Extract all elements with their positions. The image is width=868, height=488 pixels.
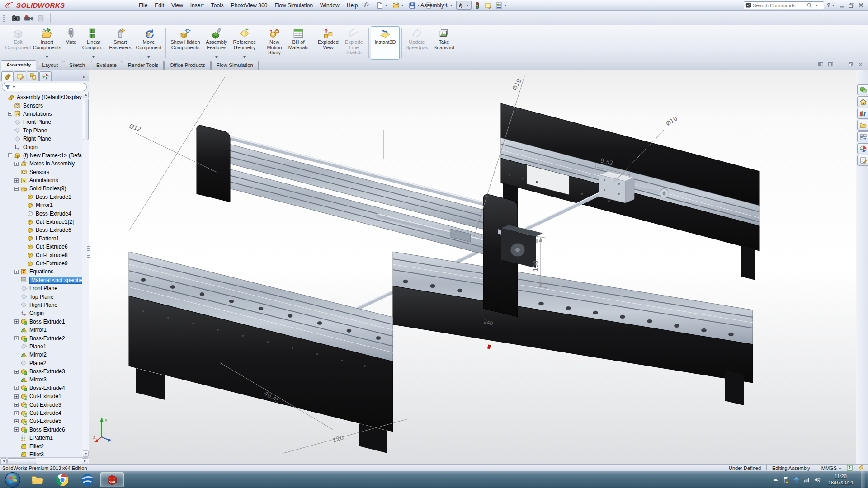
ribbon-mate[interactable]: Mate: [61, 26, 80, 60]
save-doc-dropdown-caret[interactable]: [417, 5, 420, 6]
tree-item-cut-extrude5[interactable]: +Cut-Extrude5: [0, 417, 89, 425]
3d-model-view[interactable]: Ø12 Ø19 Ø10 9.52 100 240 40.45 120: [89, 70, 856, 464]
tray-dropbox-icon[interactable]: [793, 476, 800, 483]
new-doc-dropdown-caret[interactable]: [385, 5, 387, 6]
menu-file[interactable]: File: [135, 1, 151, 9]
ribbon-take-snapshot[interactable]: Take Snapshot: [430, 26, 458, 60]
graphics-viewport[interactable]: Ø12 Ø19 Ø10 9.52 100 240 40.45 120: [89, 70, 856, 464]
tree-item-right-plane[interactable]: Right Plane: [0, 135, 89, 143]
expand-plus-box[interactable]: +: [14, 386, 19, 390]
tree-item-cut-extrude8[interactable]: Cut-Extrude8: [0, 251, 89, 259]
tree-item-boss-extrude6[interactable]: Boss-Extrude6: [0, 226, 89, 234]
tray-volume-icon[interactable]: [814, 476, 821, 483]
ribbon-bill-of-materials[interactable]: Bill of Materials: [286, 26, 311, 60]
expand-minus-box[interactable]: −: [14, 187, 19, 191]
restore-button[interactable]: [848, 2, 855, 9]
tray-up-icon[interactable]: [772, 476, 779, 483]
taskpane-tp-props[interactable]: [857, 155, 868, 166]
tree-item-origin[interactable]: Origin: [0, 309, 89, 317]
tab-office-products[interactable]: Office Products: [164, 61, 210, 70]
video-capture-icon[interactable]: [24, 14, 33, 22]
expand-plus-box[interactable]: +: [14, 319, 19, 324]
taskbar-earth-app[interactable]: [75, 472, 99, 487]
vscroll-thumb[interactable]: [83, 99, 89, 140]
tab-configuration-manager[interactable]: [27, 71, 39, 81]
doc-minimize-icon[interactable]: [838, 61, 844, 67]
tree-item-equations[interactable]: +ΣEquations: [0, 267, 89, 276]
taskpane-tp-home[interactable]: [857, 96, 868, 107]
ribbon-smart-fasteners[interactable]: Smart Fasteners: [107, 26, 134, 60]
taskbar-start-orb[interactable]: [1, 472, 24, 487]
tree-item-top-plane[interactable]: Top Plane: [0, 127, 89, 135]
search-input[interactable]: [753, 3, 805, 8]
menu-help[interactable]: Help: [343, 1, 362, 9]
minimize-button[interactable]: [839, 2, 845, 9]
expand-plus-box[interactable]: +: [14, 411, 19, 415]
tree-item-cut-extrude9[interactable]: Cut-Extrude9: [0, 259, 89, 267]
taskbar-solidworks-app[interactable]: SW: [100, 472, 124, 487]
tree-item-cut-extrude1-2[interactable]: Cut-Extrude1[2]: [0, 218, 89, 226]
taskpane-tp-forum[interactable]: [857, 84, 868, 95]
menu-insert[interactable]: Insert: [187, 1, 208, 9]
ribbon-edit-component[interactable]: Edit Component: [4, 26, 33, 60]
menu-photoview-360[interactable]: PhotoView 360: [227, 1, 271, 9]
image-capture-icon[interactable]: [11, 14, 20, 22]
menu-window[interactable]: Window: [316, 1, 343, 9]
select-cursor-dropdown-caret[interactable]: [466, 5, 469, 6]
tree-item-origin[interactable]: Origin: [0, 143, 89, 151]
expand-plus-box[interactable]: +: [14, 270, 19, 274]
tree-item-assembly-default-display-s[interactable]: Assembly (Default<Display S: [0, 93, 89, 101]
help-button[interactable]: ?: [827, 2, 836, 9]
tree-item-top-plane[interactable]: Top Plane: [0, 292, 89, 300]
tree-item-cut-extrude3[interactable]: +Cut-Extrude3: [0, 400, 89, 408]
tree-item-right-plane[interactable]: Right Plane: [0, 301, 89, 309]
ribbon-show-hidden-components[interactable]: Show Hidden Components: [168, 26, 203, 60]
status-help-icon[interactable]: ?: [847, 465, 853, 471]
ribbon-move-component[interactable]: Move Component: [134, 26, 164, 60]
rebuild-button[interactable]: [472, 1, 482, 10]
tab-assembly[interactable]: Assembly: [1, 60, 36, 70]
tree-item-front-plane[interactable]: Front Plane: [0, 284, 89, 292]
taskpane-tp-palette[interactable]: [857, 131, 868, 142]
tree-item-cut-extrude4[interactable]: +Cut-Extrude4: [0, 409, 89, 417]
options-list-dropdown-caret[interactable]: [504, 5, 507, 6]
units-selector[interactable]: MMGS: [821, 465, 841, 471]
tree-item-plane2[interactable]: Plane2: [0, 359, 89, 367]
tray-network-icon[interactable]: [803, 476, 810, 483]
ribbon-insert-components-caret[interactable]: [46, 56, 48, 58]
expand-plus-box[interactable]: +: [14, 370, 19, 374]
tab-property-manager[interactable]: [14, 71, 26, 81]
new-doc-button[interactable]: [375, 1, 390, 10]
tree-item-boss-extrude2[interactable]: +Boss-Extrude2: [0, 334, 89, 342]
tree-item-boss-extrude4[interactable]: +Boss-Extrude4: [0, 384, 89, 392]
menu-tools[interactable]: Tools: [208, 1, 227, 9]
taskpane-tp-appearance[interactable]: [857, 143, 868, 154]
expand-plus-box[interactable]: +: [14, 162, 19, 166]
tree-item-fillet3[interactable]: Fillet3: [0, 450, 89, 457]
tree-item-cut-extrude1[interactable]: +Cut-Extrude1: [0, 392, 89, 400]
taskpane-tp-explorer[interactable]: [857, 120, 868, 131]
ribbon-new-motion-study[interactable]: New Motion Study: [263, 26, 286, 60]
undo-dropdown-caret[interactable]: [450, 5, 453, 6]
tree-item-boss-extrude1[interactable]: Boss-Extrude1: [0, 193, 89, 201]
tree-item-lpattern1[interactable]: LPattern1: [0, 235, 89, 243]
select-cursor-button[interactable]: [456, 1, 472, 10]
manager-tabs-overflow[interactable]: »: [82, 74, 87, 81]
tree-item-material-not-specifie[interactable]: Material <not specifie: [0, 276, 89, 284]
toolbar-grip[interactable]: [3, 14, 5, 23]
ribbon-assembly-features-caret[interactable]: [215, 56, 218, 58]
panel-splitter[interactable]: [87, 244, 90, 259]
tab-sketch[interactable]: Sketch: [64, 61, 90, 70]
open-doc-button[interactable]: [391, 1, 406, 10]
ribbon-insert-components[interactable]: Insert Components: [33, 26, 61, 60]
tree-item-boss-extrude6[interactable]: +Boss-Extrude6: [0, 426, 89, 434]
ribbon-linear-compon[interactable]: Linear Compon...: [80, 26, 107, 60]
tray-flag-icon[interactable]: [783, 476, 789, 483]
tree-item-lpattern1[interactable]: LPattern1: [0, 434, 89, 442]
tree-item-mirror1[interactable]: Mirror1: [0, 326, 89, 334]
tab-display-manager[interactable]: [39, 71, 52, 81]
tree-item-solid-bodies-9[interactable]: −Solid Bodies(9): [0, 184, 89, 192]
tree-item-mirror3[interactable]: Mirror3: [0, 375, 89, 384]
menu-flow-simulation[interactable]: Flow Simulation: [271, 1, 316, 9]
tree-item-annotations[interactable]: +AAnnotations: [0, 110, 89, 118]
